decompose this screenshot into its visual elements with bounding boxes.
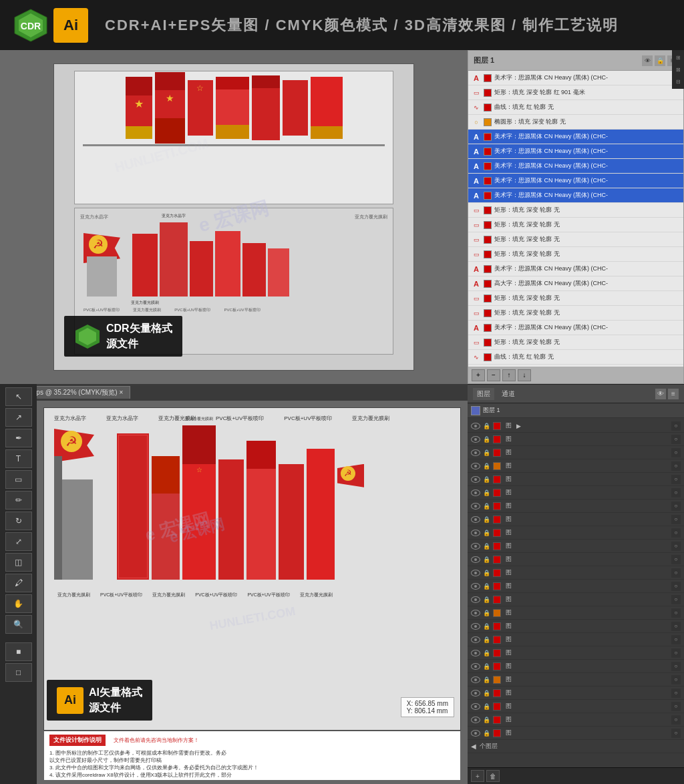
ai-layer-2[interactable]: 🔒 图 ○ xyxy=(468,433,684,446)
layer-eye-btn[interactable]: 👁 xyxy=(642,55,653,66)
ai-tab-channels[interactable]: 通道 xyxy=(498,388,519,400)
ai-layer-17[interactable]: 🔒 图 ○ xyxy=(468,633,684,646)
cdr-canvas[interactable]: e 宏课网 HUNLIETI.COM ★ xyxy=(53,63,414,371)
layer-item-selected-3[interactable]: A 美术字：思源黑体 CN Heavy (黑体) (CHC- xyxy=(468,159,683,174)
ai-layer-opt-11[interactable]: ○ xyxy=(671,555,681,564)
layer-lock-btn[interactable]: 🔒 xyxy=(655,55,665,66)
ai-eye-10[interactable] xyxy=(471,543,480,550)
ai-layer-14[interactable]: 🔒 图 ○ xyxy=(468,593,684,606)
ai-eye-14[interactable] xyxy=(471,596,480,603)
ai-eye-17[interactable] xyxy=(471,636,480,643)
ai-layer-opt-10[interactable]: ○ xyxy=(671,542,681,551)
ai-layer-6[interactable]: 🔒 图 ○ xyxy=(468,486,684,500)
toolbar-hand[interactable]: ✋ xyxy=(5,594,32,613)
layer-item-selected-4[interactable]: A 美术字：思源黑体 CN Heavy (黑体) (CHC- xyxy=(468,174,683,188)
ai-layer-15[interactable]: 🔒 图 ○ xyxy=(468,606,684,620)
ai-layer-opt-3[interactable]: ○ xyxy=(671,448,681,457)
layer-item-selected-2[interactable]: A 美术字：思源黑体 CN Heavy (黑体) (CHC- xyxy=(468,144,683,159)
layer-item[interactable]: ○ 椭圆形：填充 深变 轮廓 无 xyxy=(468,115,683,130)
ai-eye-19[interactable] xyxy=(471,663,480,670)
ai-layers-list[interactable]: 🔒 图 ▶ ○ 🔒 图 ○ 🔒 xyxy=(468,418,684,767)
ai-layer-del-btn[interactable]: 🗑 xyxy=(486,770,500,782)
toolbar-type[interactable]: T xyxy=(5,449,32,468)
toolbar-pencil[interactable]: ✏ xyxy=(5,491,32,510)
ai-eye-11[interactable] xyxy=(471,556,480,563)
ai-layer-opt-7[interactable]: ○ xyxy=(671,502,681,511)
ai-layer-12[interactable]: 🔒 图 ○ xyxy=(468,566,684,580)
ai-layer-opt-19[interactable]: ○ xyxy=(671,662,681,671)
ai-layer-22[interactable]: 🔒 图 ○ xyxy=(468,700,684,713)
ai-layer-opt-22[interactable]: ○ xyxy=(671,702,681,711)
layer-item-rect7[interactable]: ▭ 矩形：填充 深变 轮廓 无 xyxy=(468,306,683,321)
ai-layer-18[interactable]: 🔒 图 ○ xyxy=(468,646,684,660)
ai-layer-opt-20[interactable]: ○ xyxy=(671,675,681,684)
ai-layer-opt-18[interactable]: ○ xyxy=(671,648,681,658)
ai-layer-opt-8[interactable]: ○ xyxy=(671,515,681,524)
ai-item-expand[interactable]: ▶ xyxy=(516,423,521,429)
ai-layer-19[interactable]: 🔒 图 ○ xyxy=(468,660,684,673)
toolbar-eyedrop[interactable]: 🖍 xyxy=(5,574,32,592)
toolbar-stroke[interactable]: □ xyxy=(5,663,32,682)
ai-layer-9[interactable]: 🔒 图 ○ xyxy=(468,526,684,540)
ai-eye-15[interactable] xyxy=(471,610,480,616)
ai-eye-21[interactable] xyxy=(471,690,480,697)
layer-item-rect3[interactable]: ▭ 矩形：填充 深变 轮廓 无 xyxy=(468,232,683,247)
layer-item-rect6[interactable]: ▭ 矩形：填充 深变 轮廓 无 xyxy=(468,291,683,306)
layer-delete-btn[interactable]: − xyxy=(487,369,500,381)
ai-eye-18[interactable] xyxy=(471,650,480,656)
ai-eye-20[interactable] xyxy=(471,676,480,683)
layer-move-down-btn[interactable]: ↓ xyxy=(518,369,531,381)
layer-add-btn[interactable]: + xyxy=(472,369,485,381)
ai-eye-13[interactable] xyxy=(471,583,480,590)
layer-item-rect1[interactable]: ▭ 矩形：填充 深变 轮廓 无 xyxy=(468,203,683,218)
ai-eye-5[interactable] xyxy=(471,476,480,483)
ai-eye-24[interactable] xyxy=(471,730,480,737)
ai-eye-8[interactable] xyxy=(471,516,480,523)
toolbar-zoom[interactable]: 🔍 xyxy=(5,615,32,634)
ai-layer-13[interactable]: 🔒 图 ○ xyxy=(468,580,684,593)
ai-eye-4[interactable] xyxy=(471,463,480,469)
ai-layer-24[interactable]: 🔒 图 ○ xyxy=(468,727,684,740)
ai-layer-opt-15[interactable]: ○ xyxy=(671,608,681,618)
ai-eye-2[interactable] xyxy=(471,436,480,443)
toolbar-rotate[interactable]: ↻ xyxy=(5,512,32,530)
layer-item-text8[interactable]: A 美术字：思源黑体 CN Heavy (黑体) (CHC- xyxy=(468,321,683,335)
ai-layer-bottom-row[interactable]: ◀ 个图层 xyxy=(468,740,684,753)
layer-item-rect4[interactable]: ▭ 矩形：填充 深变 轮廓 无 xyxy=(468,247,683,262)
ai-layer-1[interactable]: 🔒 图 ▶ ○ xyxy=(468,419,684,433)
ai-layer-opt-5[interactable]: ○ xyxy=(671,475,681,484)
layer-item[interactable]: A 美术字：思源黑体 CN Heavy (黑体) (CHC- xyxy=(468,71,683,85)
toolbar-select[interactable]: ↖ xyxy=(5,387,32,406)
ai-layer-10[interactable]: 🔒 图 ○ xyxy=(468,540,684,553)
layer-item-selected[interactable]: A 美术字：思源黑体 CN Heavy (黑体) (CHC- xyxy=(468,130,683,144)
ai-layer-7[interactable]: 🔒 图 ○ xyxy=(468,500,684,513)
ai-layer-eye[interactable]: 👁 xyxy=(655,389,666,399)
ai-eye-1[interactable] xyxy=(471,423,480,429)
ai-layer-16[interactable]: 🔒 图 ○ xyxy=(468,620,684,633)
ai-eye-12[interactable] xyxy=(471,570,480,576)
ai-layer-opt-9[interactable]: ○ xyxy=(671,528,681,538)
toolbar-scale[interactable]: ⤢ xyxy=(5,532,32,551)
ai-tab-layers[interactable]: 图层 xyxy=(473,388,494,400)
layer-item-rect8[interactable]: ▭ 矩形：填充 深变 轮廓 无 xyxy=(468,335,683,350)
ai-layer-4[interactable]: 🔒 图 ○ xyxy=(468,459,684,473)
ai-layer-menu[interactable]: ≡ xyxy=(668,389,679,399)
ai-layer-20[interactable]: 🔒 图 ○ xyxy=(468,673,684,687)
ai-eye-22[interactable] xyxy=(471,703,480,710)
ai-layer-opt-23[interactable]: ○ xyxy=(671,715,681,725)
ai-layer-opt-16[interactable]: ○ xyxy=(671,622,681,631)
ai-layer-new-btn[interactable]: + xyxy=(471,770,484,782)
layer-item-selected-5[interactable]: A 美术字：思源黑体 CN Heavy (黑体) (CHC- xyxy=(468,188,683,203)
ai-layer-8[interactable]: 🔒 图 ○ xyxy=(468,513,684,526)
ai-layer-opt-12[interactable]: ○ xyxy=(671,568,681,578)
ai-eye-7[interactable] xyxy=(471,503,480,510)
ai-eye-9[interactable] xyxy=(471,530,480,536)
toolbar-shape[interactable]: ▭ xyxy=(5,470,32,489)
ai-eye-6[interactable] xyxy=(471,489,480,496)
ai-canvas-area[interactable]: e 宏课网 HUNLIETI.COM e 宏课网 亚克力水晶字 亚克力水晶字 亚… xyxy=(37,401,468,784)
ai-layer-21[interactable]: 🔒 图 ○ xyxy=(468,687,684,700)
ai-layer-23[interactable]: 🔒 图 ○ xyxy=(468,713,684,727)
ai-layer-opt-21[interactable]: ○ xyxy=(671,689,681,698)
layer-item-text7[interactable]: A 高大字：思源黑体 CN Heavy (黑体) (CHC- xyxy=(468,276,683,291)
layer-item-curve2[interactable]: ∿ 曲线：填充 红 轮廓 无 xyxy=(468,350,683,365)
